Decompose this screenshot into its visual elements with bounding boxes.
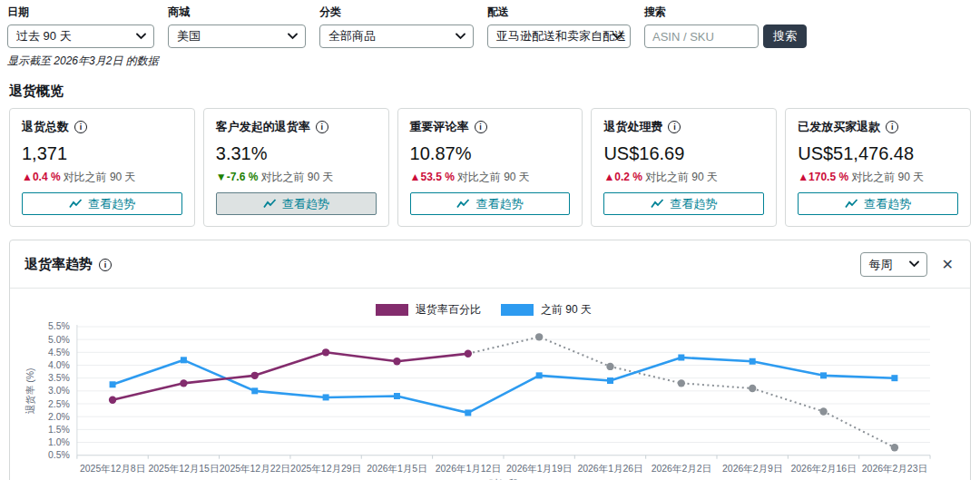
- legend-label-previous: 之前 90 天: [541, 302, 592, 318]
- filter-fulfillment: 配送 亚马逊配送和卖家自配送: [487, 5, 631, 48]
- card-return-processing-fee: 退货处理费i US$16.69 ▲0.2 %对比之前 90 天 查看趋势: [591, 108, 777, 227]
- card-customer-return-rate: 客户发起的退货率i 3.31% ▼-7.6 %对比之前 90 天 查看趋势: [203, 108, 389, 227]
- card-refunds-issued: 已发放买家退款i US$51,476.48 ▲170.5 %对比之前 90 天 …: [785, 108, 971, 227]
- svg-text:2026年2月2日: 2026年2月2日: [652, 464, 711, 474]
- close-icon[interactable]: ✕: [940, 256, 956, 274]
- view-trend-button[interactable]: 查看趋势: [603, 192, 764, 215]
- marketplace-select[interactable]: 美国: [168, 24, 306, 48]
- svg-text:4.5%: 4.5%: [48, 348, 70, 358]
- fulfillment-select[interactable]: 亚马逊配送和卖家自配送: [487, 24, 631, 48]
- category-select-value: 全部商品: [328, 28, 376, 44]
- date-label: 日期: [7, 5, 154, 20]
- return-rate-chart-svg: 5.5%5.0%4.5%4.0%3.5%3.0%2.5%2.0%1.5%1.0%…: [21, 319, 959, 480]
- trend-up-icon: ▲: [410, 171, 421, 183]
- compare-label: 对比之前 90 天: [645, 171, 718, 183]
- info-icon[interactable]: i: [668, 121, 681, 133]
- info-icon[interactable]: i: [99, 259, 112, 271]
- legend-label-current: 退货率百分比: [416, 302, 481, 318]
- category-select[interactable]: 全部商品: [319, 24, 474, 48]
- trend-panel-header: 退货率趋势i 每周 ✕: [10, 240, 970, 289]
- change-value: 0.2 %: [614, 171, 642, 183]
- svg-text:1.5%: 1.5%: [48, 425, 70, 435]
- filter-category: 分类 全部商品: [319, 5, 474, 48]
- line-chart-icon: [845, 199, 858, 209]
- compare-label: 对比之前 90 天: [260, 171, 333, 183]
- overview-cards: 退货总数i 1,371 ▲0.4 %对比之前 90 天 查看趋势 客户发起的退货…: [0, 108, 980, 227]
- view-trend-button[interactable]: 查看趋势: [798, 192, 958, 215]
- line-chart-icon: [456, 199, 470, 209]
- filter-marketplace: 商城 美国: [168, 5, 306, 48]
- trend-up-icon: ▲: [22, 171, 33, 183]
- fulfillment-label: 配送: [487, 5, 631, 20]
- svg-text:2026年1月12日: 2026年1月12日: [436, 464, 501, 474]
- returns-overview-title: 退货概览: [9, 83, 980, 100]
- return-rate-trend-panel: 退货率趋势i 每周 ✕ 退货率百分比 之前 90 天 5.5%5.0%4.5%4…: [9, 240, 971, 480]
- card-value: US$16.69: [603, 143, 764, 164]
- svg-text:0.5%: 0.5%: [48, 450, 70, 460]
- card-value: 3.31%: [216, 143, 377, 164]
- card-value: 10.87%: [410, 143, 571, 164]
- card-title: 重要评论率: [410, 119, 469, 135]
- chart-legend: 退货率百分比 之前 90 天: [10, 302, 970, 318]
- svg-text:2.5%: 2.5%: [48, 399, 70, 409]
- card-value: US$51,476.48: [798, 143, 958, 164]
- svg-text:2026年1月19日: 2026年1月19日: [506, 464, 572, 474]
- svg-text:1.0%: 1.0%: [48, 437, 70, 447]
- marketplace-label: 商城: [168, 5, 306, 20]
- fulfillment-select-value: 亚马逊配送和卖家自配送: [496, 28, 626, 44]
- svg-text:2025年12月22日: 2025年12月22日: [220, 464, 290, 474]
- filter-bar: 日期 过去 90 天 商城 美国 分类 全部商品 配送 亚马逊配送和卖家自配送 …: [0, 0, 980, 48]
- info-icon[interactable]: i: [74, 121, 87, 133]
- svg-text:3.0%: 3.0%: [48, 386, 70, 396]
- compare-label: 对比之前 90 天: [64, 171, 136, 183]
- compare-label: 对比之前 90 天: [457, 171, 530, 183]
- date-select[interactable]: 过去 90 天: [7, 24, 154, 48]
- card-total-returns: 退货总数i 1,371 ▲0.4 %对比之前 90 天 查看趋势: [9, 108, 195, 227]
- trend-down-icon: ▼: [216, 171, 227, 183]
- change-value: 170.5 %: [808, 171, 848, 183]
- change-value: 53.5 %: [420, 171, 454, 183]
- chevron-down-icon: [136, 33, 146, 40]
- svg-text:4.0%: 4.0%: [48, 360, 70, 370]
- chevron-down-icon: [288, 33, 298, 40]
- search-label: 搜索: [644, 5, 807, 20]
- change-value: 0.4 %: [33, 171, 61, 183]
- search-input[interactable]: [644, 24, 759, 48]
- return-rate-chart: 5.5%5.0%4.5%4.0%3.5%3.0%2.5%2.0%1.5%1.0%…: [10, 318, 970, 480]
- card-value: 1,371: [22, 143, 182, 164]
- compare-label: 对比之前 90 天: [851, 171, 924, 183]
- svg-text:2025年12月15日: 2025年12月15日: [148, 464, 219, 474]
- change-value: -7.6 %: [227, 171, 259, 183]
- svg-text:2026年2月9日: 2026年2月9日: [722, 464, 782, 474]
- frequency-select[interactable]: 每周: [860, 252, 927, 277]
- svg-text:2026年2月16日: 2026年2月16日: [790, 464, 856, 474]
- svg-text:5.0%: 5.0%: [48, 335, 70, 345]
- svg-text:2026年1月5日: 2026年1月5日: [367, 464, 426, 474]
- svg-text:2.0%: 2.0%: [48, 412, 70, 422]
- svg-text:2026年1月26日: 2026年1月26日: [577, 464, 642, 474]
- chevron-down-icon: [612, 33, 622, 40]
- filter-date: 日期 过去 90 天: [7, 5, 154, 48]
- line-chart-icon: [69, 199, 83, 209]
- data-as-of-note: 显示截至 2026年3月2日 的数据: [7, 54, 980, 69]
- svg-text:2026年2月23日: 2026年2月23日: [862, 464, 927, 474]
- line-chart-icon: [651, 199, 664, 209]
- card-title: 客户发起的退货率: [216, 119, 310, 135]
- info-icon[interactable]: i: [475, 121, 487, 133]
- card-critical-review-rate: 重要评论率i 10.87% ▲53.5 %对比之前 90 天 查看趋势: [397, 108, 583, 227]
- view-trend-button-selected[interactable]: 查看趋势: [216, 192, 377, 215]
- info-icon[interactable]: i: [316, 121, 328, 133]
- card-title: 退货总数: [22, 119, 69, 135]
- card-title: 退货处理费: [603, 119, 662, 135]
- view-trend-button[interactable]: 查看趋势: [410, 192, 571, 215]
- view-trend-button[interactable]: 查看趋势: [22, 192, 182, 215]
- svg-text:3.5%: 3.5%: [48, 373, 70, 383]
- filter-search: 搜索 搜索: [644, 5, 807, 48]
- chevron-down-icon: [456, 33, 466, 40]
- date-select-value: 过去 90 天: [16, 28, 72, 44]
- svg-text:2025年12月29日: 2025年12月29日: [290, 464, 361, 474]
- search-button[interactable]: 搜索: [763, 24, 807, 48]
- svg-text:2025年12月8日: 2025年12月8日: [80, 464, 145, 474]
- trend-up-icon: ▲: [603, 171, 614, 183]
- info-icon[interactable]: i: [886, 121, 898, 133]
